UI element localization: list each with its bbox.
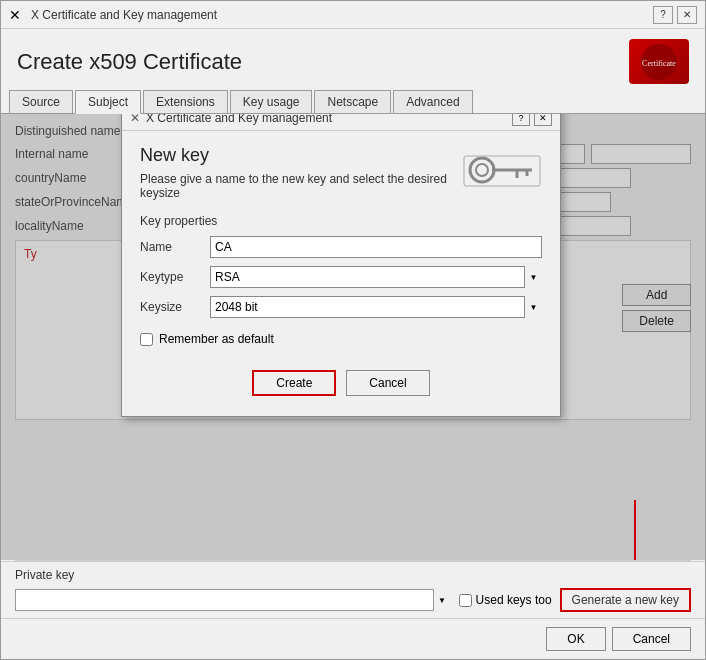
svg-text:Certificate: Certificate [642,59,676,68]
modal-body: New key Please give a name to the new ke… [122,131,560,416]
private-key-dropdown-arrow: ▼ [433,589,451,611]
main-content: Distinguished name Internal name organiz… [1,114,705,560]
close-button[interactable]: ✕ [677,6,697,24]
key-properties-label: Key properties [140,214,542,228]
modal-title-text: X Certificate and Key management [146,114,512,125]
tab-bar: Source Subject Extensions Key usage Nets… [1,90,705,114]
window-title: X Certificate and Key management [31,8,653,22]
new-key-dialog: ✕ X Certificate and Key management ? ✕ N… [121,114,561,417]
create-button[interactable]: Create [252,370,336,396]
help-button[interactable]: ? [653,6,673,24]
keysize-select[interactable]: 512 bit 1024 bit 2048 bit 4096 bit [210,296,542,318]
arrow-annotation [595,490,675,560]
title-bar: ✕ X Certificate and Key management ? ✕ [1,1,705,29]
svg-point-2 [470,158,494,182]
modal-name-row: Name [140,236,542,258]
keytype-select[interactable]: RSA DSA EC [210,266,542,288]
keysize-select-wrapper: 512 bit 1024 bit 2048 bit 4096 bit ▼ [210,296,542,318]
modal-keysize-row: Keysize 512 bit 1024 bit 2048 bit 4096 b… [140,296,542,318]
modal-help-button[interactable]: ? [512,114,530,126]
page-title: Create x509 Certificate [17,49,242,75]
tab-netscape[interactable]: Netscape [314,90,391,113]
generate-new-key-button[interactable]: Generate a new key [560,588,691,612]
tab-extensions[interactable]: Extensions [143,90,228,113]
title-bar-buttons: ? ✕ [653,6,697,24]
private-key-select[interactable] [15,589,451,611]
tab-subject[interactable]: Subject [75,90,141,114]
ok-button[interactable]: OK [546,627,605,651]
remember-label: Remember as default [159,332,274,346]
private-key-dropdown-wrapper: ▼ [15,589,451,611]
modal-name-label: Name [140,240,210,254]
modal-keytype-row: Keytype RSA DSA EC ▼ [140,266,542,288]
modal-remember-row: Remember as default [140,332,542,346]
modal-close-button[interactable]: ✕ [534,114,552,126]
modal-heading-area: New key Please give a name to the new ke… [140,145,462,200]
remember-checkbox[interactable] [140,333,153,346]
modal-title-icon: ✕ [130,114,140,125]
private-key-row: ▼ Used keys too Generate a new key [15,588,691,612]
modal-title-bar: ✕ X Certificate and Key management ? ✕ [122,114,560,131]
used-keys-label: Used keys too [459,593,552,607]
bottom-section: Private key ▼ Used keys too Generate a n… [1,561,705,618]
used-keys-text: Used keys too [476,593,552,607]
key-icon [462,148,542,193]
tab-advanced[interactable]: Advanced [393,90,472,113]
cancel-button[interactable]: Cancel [612,627,691,651]
outer-window: ✕ X Certificate and Key management ? ✕ C… [0,0,706,660]
modal-overlay: ✕ X Certificate and Key management ? ✕ N… [1,114,705,560]
modal-heading: New key [140,145,462,166]
modal-keysize-label: Keysize [140,300,210,314]
modal-cancel-button[interactable]: Cancel [346,370,429,396]
logo-svg: Certificate [632,42,687,82]
used-keys-checkbox[interactable] [459,594,472,607]
modal-footer: Create Cancel [140,364,542,406]
modal-keytype-label: Keytype [140,270,210,284]
app-icon: ✕ [9,7,25,23]
app-logo: Certificate [629,39,689,84]
modal-description: Please give a name to the new key and se… [140,172,462,200]
keytype-select-wrapper: RSA DSA EC ▼ [210,266,542,288]
modal-key-icon-area [462,145,542,195]
modal-name-input[interactable] [210,236,542,258]
footer-buttons: OK Cancel [1,618,705,659]
tab-key-usage[interactable]: Key usage [230,90,313,113]
modal-header-row: New key Please give a name to the new ke… [140,145,542,200]
tab-source[interactable]: Source [9,90,73,113]
page-header: Create x509 Certificate Certificate [1,29,705,90]
private-key-label: Private key [15,568,691,582]
modal-title-buttons: ? ✕ [512,114,552,126]
svg-point-3 [476,164,488,176]
